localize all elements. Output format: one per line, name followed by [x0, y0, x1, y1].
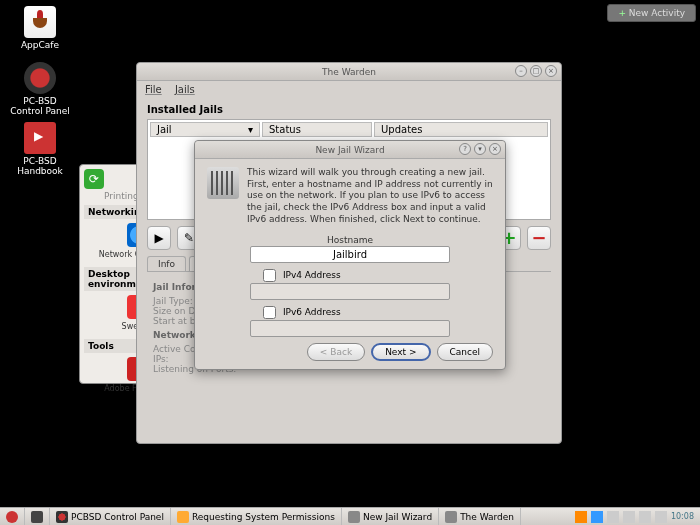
menu-file[interactable]: File [145, 84, 162, 95]
task-wizard[interactable]: New Jail Wizard [342, 508, 439, 526]
clock[interactable]: 10:08 [671, 512, 694, 521]
remove-jail-button[interactable]: − [527, 226, 551, 250]
tray-wifi-icon[interactable] [639, 511, 651, 523]
next-button[interactable]: Next > [371, 343, 430, 361]
desktop-label: PC-BSD Handbook [10, 156, 70, 176]
pdf-icon [24, 122, 56, 154]
desktop-label: AppCafe [10, 40, 70, 50]
jail-icon [348, 511, 360, 523]
system-tray: 10:08 [575, 511, 700, 523]
wizard-intro-text: This wizard will walk you through creati… [247, 167, 493, 225]
start-jail-button[interactable]: ▶ [147, 226, 171, 250]
jail-icon [207, 167, 239, 199]
window-title: The Warden [322, 67, 376, 77]
col-status[interactable]: Status [262, 122, 372, 137]
desktop-label: PC-BSD Control Panel [10, 96, 70, 116]
new-activity-button[interactable]: New Activity [607, 4, 696, 22]
help-button[interactable]: ? [459, 143, 471, 155]
tray-clipboard-icon[interactable] [607, 511, 619, 523]
reload-button[interactable]: ⟳ [84, 169, 104, 189]
new-jail-wizard-dialog: New Jail Wizard ? ▾ × This wizard will w… [194, 140, 506, 370]
desktop-icon-control-panel[interactable]: PC-BSD Control Panel [10, 62, 70, 116]
wizard-min-button[interactable]: ▾ [474, 143, 486, 155]
appcafe-icon [24, 6, 56, 38]
hostname-input[interactable] [250, 246, 450, 263]
task-control-panel[interactable]: PCBSD Control Panel [50, 508, 171, 526]
menubar: File Jails [137, 81, 561, 98]
ipv6-label: IPv6 Address [283, 307, 341, 317]
wizard-titlebar[interactable]: New Jail Wizard ? ▾ × [195, 141, 505, 159]
taskbar: PCBSD Control Panel Requesting System Pe… [0, 507, 700, 525]
wizard-title: New Jail Wizard [315, 145, 384, 155]
ipv6-input[interactable] [250, 320, 450, 337]
gear-icon [24, 62, 56, 94]
task-permissions[interactable]: Requesting System Permissions [171, 508, 342, 526]
tab-info[interactable]: Info [147, 256, 186, 271]
ipv6-checkbox[interactable] [263, 306, 276, 319]
maximize-button[interactable]: □ [530, 65, 542, 77]
warden-icon [445, 511, 457, 523]
ipv4-input[interactable] [250, 283, 450, 300]
gear-icon [56, 511, 68, 523]
shield-icon [177, 511, 189, 523]
launcher-icon[interactable] [25, 508, 50, 526]
back-button: < Back [307, 343, 365, 361]
tray-battery-icon[interactable] [655, 511, 667, 523]
tray-volume-icon[interactable] [623, 511, 635, 523]
desktop-icon-appcafe[interactable]: AppCafe [10, 6, 70, 50]
desktop-icon-handbook[interactable]: PC-BSD Handbook [10, 122, 70, 176]
cancel-button[interactable]: Cancel [437, 343, 494, 361]
col-jail: Jail ▾ [150, 122, 260, 137]
col-updates[interactable]: Updates [374, 122, 548, 137]
ipv4-checkbox[interactable] [263, 269, 276, 282]
wizard-close-button[interactable]: × [489, 143, 501, 155]
tray-update-icon[interactable] [575, 511, 587, 523]
ipv4-label: IPv4 Address [283, 270, 341, 280]
menu-jails[interactable]: Jails [175, 84, 195, 95]
hostname-label: Hostname [207, 235, 493, 245]
warden-titlebar[interactable]: The Warden – □ × [137, 63, 561, 81]
task-warden[interactable]: The Warden [439, 508, 521, 526]
close-button[interactable]: × [545, 65, 557, 77]
installed-jails-label: Installed Jails [147, 104, 551, 115]
tray-network-icon[interactable] [591, 511, 603, 523]
minimize-button[interactable]: – [515, 65, 527, 77]
start-button[interactable] [0, 508, 25, 526]
